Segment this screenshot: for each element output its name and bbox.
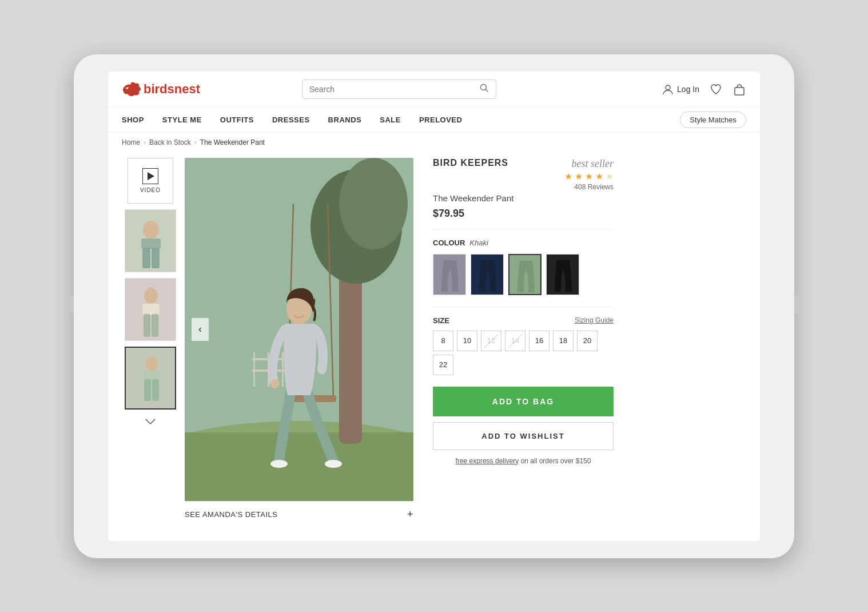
size-btn-18[interactable]: 18 xyxy=(553,331,574,351)
nav-preloved[interactable]: PRELOVED xyxy=(419,108,463,132)
nav-outfits[interactable]: OUTFITS xyxy=(220,108,254,132)
bag-icon xyxy=(732,82,746,96)
svg-rect-8 xyxy=(152,248,160,268)
brand-name: BIRD KEEPERS xyxy=(433,158,508,168)
colour-swatch-grey[interactable] xyxy=(433,254,466,295)
star-3: ★ xyxy=(585,171,593,182)
nav-style-me[interactable]: STYLE ME xyxy=(162,108,202,132)
divider-1 xyxy=(433,229,614,229)
play-icon xyxy=(148,172,154,180)
product-scene xyxy=(185,158,413,501)
thumbnail-1[interactable] xyxy=(125,209,176,272)
size-btn-10[interactable]: 10 xyxy=(457,331,477,351)
star-1: ★ xyxy=(564,171,572,182)
size-btn-20[interactable]: 20 xyxy=(577,331,598,351)
svg-rect-28 xyxy=(252,358,285,360)
reviews-count: 408 Reviews xyxy=(564,183,614,191)
heart-icon xyxy=(710,83,722,96)
size-btn-8[interactable]: 8 xyxy=(433,331,453,351)
svg-point-35 xyxy=(270,379,280,388)
login-label: Log In xyxy=(677,85,699,94)
product-info-panel: BIRD KEEPERS best seller ★ ★ ★ ★ ★ 408 R… xyxy=(419,152,614,527)
add-to-bag-button[interactable]: ADD TO BAG xyxy=(433,387,614,416)
delivery-info: free express delivery on all orders over… xyxy=(433,457,614,465)
see-amanda-bar[interactable]: SEE AMANDA'S DETAILS + xyxy=(185,501,413,527)
tablet-button-left xyxy=(69,296,74,313)
star-5: ★ xyxy=(606,171,614,182)
thumb-image-1 xyxy=(125,210,176,272)
main-content: VIDEO xyxy=(108,152,760,541)
search-bar[interactable] xyxy=(302,80,496,99)
colour-value: Khaki xyxy=(469,239,488,247)
navigation: SHOP STYLE ME OUTFITS DRESSES BRANDS SAL… xyxy=(108,108,760,133)
nav-shop[interactable]: SHOP xyxy=(122,108,144,132)
best-seller-badge: best seller xyxy=(564,158,614,170)
delivery-link[interactable]: free express delivery xyxy=(456,457,519,465)
sizing-guide-link[interactable]: Sizing Guide xyxy=(575,316,614,324)
thumb-image-3 xyxy=(126,348,176,410)
svg-point-24 xyxy=(339,158,408,249)
expand-icon: + xyxy=(407,508,413,520)
svg-rect-6 xyxy=(141,239,161,249)
svg-line-1 xyxy=(485,89,488,92)
cart-button[interactable] xyxy=(732,82,746,96)
thumbnail-3[interactable] xyxy=(125,347,176,410)
logo-text: birdsnest xyxy=(144,82,200,97)
svg-point-10 xyxy=(144,288,158,304)
main-product-image-area: ‹ SEE AMANDA'S DETAILS + xyxy=(179,152,419,527)
login-button[interactable]: Log In xyxy=(662,83,699,96)
video-label: VIDEO xyxy=(140,187,161,193)
colour-swatch-black[interactable] xyxy=(546,254,579,295)
user-icon xyxy=(662,83,674,96)
svg-rect-12 xyxy=(144,314,150,337)
size-options: 8 10 12 14 16 18 20 22 xyxy=(433,331,614,375)
svg-rect-18 xyxy=(152,379,159,401)
style-matches-button[interactable]: Style Matches xyxy=(680,112,746,128)
nav-sale[interactable]: SALE xyxy=(380,108,401,132)
colour-label: COLOUR xyxy=(433,239,465,247)
thumbnail-gallery: VIDEO xyxy=(122,152,179,527)
image-prev-arrow[interactable]: ‹ xyxy=(192,318,209,341)
nav-dresses[interactable]: DRESSES xyxy=(272,108,310,132)
breadcrumb-home[interactable]: Home xyxy=(122,138,140,146)
see-amanda-label: SEE AMANDA'S DETAILS xyxy=(185,510,278,519)
size-btn-12[interactable]: 12 xyxy=(481,331,501,351)
star-2: ★ xyxy=(575,171,583,182)
logo[interactable]: birdsnest xyxy=(122,81,213,97)
colour-swatch-navy[interactable] xyxy=(471,254,504,295)
svg-rect-13 xyxy=(152,314,158,337)
size-btn-22[interactable]: 22 xyxy=(433,355,453,375)
svg-point-34 xyxy=(325,460,342,468)
svg-point-2 xyxy=(666,85,670,90)
colour-swatch-sage[interactable] xyxy=(508,254,541,295)
search-input[interactable] xyxy=(309,85,475,94)
size-btn-16[interactable]: 16 xyxy=(529,331,550,351)
play-button[interactable] xyxy=(142,168,158,184)
product-name: The Weekender Pant xyxy=(433,193,614,203)
tablet-button-right xyxy=(794,296,799,313)
size-btn-14[interactable]: 14 xyxy=(505,331,525,351)
best-seller-area: best seller ★ ★ ★ ★ ★ 408 Reviews xyxy=(564,158,614,191)
add-to-wishlist-button[interactable]: ADD TO WISHLIST xyxy=(433,422,614,450)
svg-rect-7 xyxy=(142,248,150,268)
size-label: SIZE xyxy=(433,316,449,325)
video-thumbnail[interactable]: VIDEO xyxy=(128,158,173,204)
nav-brands[interactable]: BRANDS xyxy=(328,108,362,132)
svg-rect-16 xyxy=(143,371,160,380)
size-header-row: SIZE Sizing Guide xyxy=(433,316,614,325)
thumbnail-scroll-down[interactable] xyxy=(128,415,173,428)
wishlist-button[interactable] xyxy=(710,83,722,96)
breadcrumb-back-in-stock[interactable]: Back in Stock xyxy=(149,138,191,146)
brand-row: BIRD KEEPERS best seller ★ ★ ★ ★ ★ 408 R… xyxy=(433,158,614,191)
star-4: ★ xyxy=(595,171,603,182)
breadcrumb: Home › Back in Stock › The Weekender Pan… xyxy=(108,133,760,152)
bird-icon xyxy=(122,81,141,97)
svg-rect-17 xyxy=(144,379,151,401)
header-actions: Log In xyxy=(662,82,746,96)
svg-rect-3 xyxy=(735,88,744,95)
svg-rect-11 xyxy=(142,304,160,315)
divider-2 xyxy=(433,307,614,307)
breadcrumb-current: The Weekender Pant xyxy=(200,138,265,146)
header: birdsnest Log In xyxy=(108,71,760,108)
thumbnail-2[interactable] xyxy=(125,278,176,341)
